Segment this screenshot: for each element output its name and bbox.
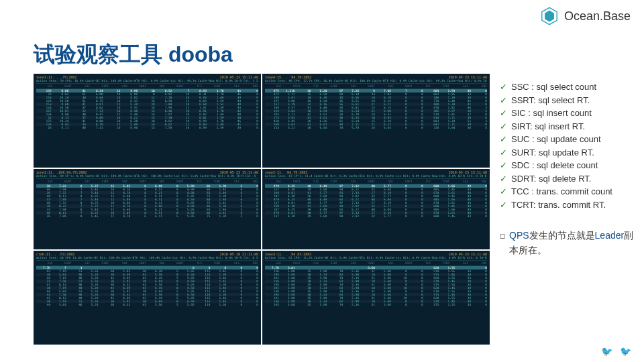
- legend-item-sirt: ✓SIRT: sql insert RT.: [500, 120, 634, 133]
- bird-icon-2: 🐦: [620, 346, 631, 357]
- table-row: 1533.21366.50746.70246.43007261.64305: [265, 126, 487, 129]
- page-title: 试验观察工具 dooba: [34, 40, 233, 70]
- terminal-panel-1: zone4:15. . .94.78:28822019-05-23 15:11:…: [262, 74, 490, 168]
- legend-text: SIRT: sql insert RT.: [511, 120, 585, 133]
- legend-item-sdrt: ✓SDRT: sql delete RT.: [500, 172, 634, 186]
- table-row: 267.8985.45114.7866.1155.05751.3050: [36, 215, 258, 218]
- note-leader: Leader: [595, 230, 625, 241]
- terminal-panel-0: zone1:11. . .79:28822019-05-23 15:11:48A…: [34, 74, 261, 168]
- panel-stats: Active Sess: 46 CPU: 17.7% CPU: 16.4% Ca…: [265, 79, 487, 82]
- check-icon: ✓: [500, 172, 507, 186]
- check-icon: ✓: [500, 80, 507, 94]
- check-icon: ✓: [500, 94, 507, 107]
- panel-columns: SSCSSRTSICSIRTSUCSURTSDCSDRTTCCTCRTSLCSR…: [36, 260, 258, 266]
- panel-columns: SSCSSRTSICSIRTSUCSURTSDCSDRTTCCTCRTSLCSR…: [36, 83, 258, 89]
- legend-text: SUC : sql update count: [511, 133, 601, 146]
- terminal-panel-5: zone3:11. . .94.83:28822019-05-23 15:11:…: [262, 251, 490, 345]
- brand-header: Ocean.Base: [540, 7, 631, 25]
- terminal-panel-4: cldb:11. . .53:28822018-05-18 21:11:48Ac…: [34, 251, 261, 345]
- terminal-panel-3: zone2:11. .94.79:28822019-05-23 15:11:48…: [262, 169, 490, 249]
- note-qps: QPS: [509, 230, 529, 241]
- brand-name: Ocean.Base: [564, 9, 631, 23]
- panel-timestamp: 2019-05-23 15:11:48: [449, 252, 487, 256]
- check-icon: ✓: [500, 146, 507, 160]
- legend-item-suc: ✓SUC : sql update count: [500, 133, 634, 146]
- svg-marker-1: [545, 11, 554, 22]
- bullet-icon: ◻: [500, 231, 505, 258]
- legend-text: SIC : sql insert count: [511, 107, 592, 120]
- panel-timestamp: 2019-05-23 15:11:48: [220, 170, 258, 174]
- check-icon: ✓: [500, 198, 507, 212]
- legend-text: SSC : sql select count: [511, 80, 596, 94]
- legend-text: SDC : sql delete count: [511, 159, 598, 172]
- legend-item-sic: ✓SIC : sql insert count: [500, 107, 634, 120]
- legend-item-tcc: ✓TCC : trans. commit count: [500, 185, 634, 198]
- panel-columns: SSCSSRTSICSIRTSUCSURTSDCSDRTTCCTCRTSLCSR…: [265, 178, 487, 184]
- terminal-panel-2: zone2:11. .188.94.79:28822019-05-23 15:1…: [34, 169, 261, 249]
- footer-icons: 🐦 🐦: [601, 346, 631, 357]
- oceanbase-logo-icon: [540, 7, 559, 25]
- legend-item-surt: ✓SURT: sql update RT.: [500, 146, 634, 160]
- legend-text: TCC : trans. commit count: [511, 185, 612, 198]
- check-icon: ✓: [500, 120, 507, 133]
- legend-text: SURT: sql update RT.: [511, 146, 594, 160]
- panel-stats: Active Sess: 47 CP's: 11.4 Cache-BI Hit:…: [265, 174, 487, 178]
- panel-columns: SSCSSRTSICSIRTSUCSURTSDCSDRTTCCTCRTSLCSR…: [36, 178, 258, 184]
- panel-timestamp: 2019-05-23 15:11:48: [449, 170, 487, 174]
- panel-stats: Active Sess: 49 CP's: 0.0% Cache-BI Hit:…: [36, 174, 258, 178]
- table-row: 1374.30295.60947.02325.77006881.45430: [265, 215, 487, 218]
- panel-columns: SSCSSRTSICSIRTSUCSURTSDCSDRTTCCTCRTSLCSR…: [265, 83, 487, 89]
- table-row: 1955.08355.90745.36315.60005751.55330: [265, 303, 487, 306]
- bird-icon: 🐦: [601, 346, 612, 357]
- check-icon: ✓: [500, 133, 507, 146]
- table-row: 445.83465.26606.32435.5655.051101.3000: [36, 303, 258, 306]
- panel-timestamp: 2019-05-23 15:11:48: [449, 75, 487, 79]
- legend-item-ssrt: ✓SSRT: sql select RT.: [500, 94, 634, 107]
- panel-timestamp: 2018-05-18 21:11:48: [220, 252, 258, 256]
- legend-text: SDRT: sql delete RT.: [511, 172, 591, 186]
- legend-item-tcrt: ✓TCRT: trans. commit RT.: [500, 198, 634, 212]
- qps-note: ◻ QPS发生的节点就是Leader副本所在。: [500, 228, 634, 258]
- panel-stats: Active Sess: 52 CPU: 11.2% Cache-BI Hit:…: [265, 256, 487, 259]
- check-icon: ✓: [500, 185, 507, 198]
- check-icon: ✓: [500, 107, 507, 120]
- panel-stats: Active Sess: 50 CPU: 16.4% Cache-BI Hit:…: [36, 79, 258, 82]
- table-row: 260.11407.31106.90137.59100.991.59390: [36, 126, 258, 129]
- legend-item-ssc: ✓SSC : sql select count: [500, 80, 634, 94]
- legend-item-sdc: ✓SDC : sql delete count: [500, 159, 634, 172]
- panel-columns: SSCSSRTSICSIRTSUCSURTSDCSDRTTCCTCRTSLCSR…: [265, 260, 487, 266]
- panel-stats: Active Sess: 28 CPU 11.4% Cache-BI Hit: …: [36, 256, 258, 259]
- panel-timestamp: 2019-05-23 15:11:48: [220, 75, 258, 79]
- metrics-legend: ✓SSC : sql select count✓SSRT: sql select…: [500, 80, 634, 211]
- check-icon: ✓: [500, 159, 507, 172]
- legend-text: SSRT: sql select RT.: [511, 94, 590, 107]
- terminal-panels-grid: zone1:11. . .79:28822019-05-23 15:11:48A…: [34, 74, 490, 345]
- legend-text: TCRT: trans. commit RT.: [511, 198, 606, 212]
- note-mid: 发生的节点就是: [529, 230, 595, 241]
